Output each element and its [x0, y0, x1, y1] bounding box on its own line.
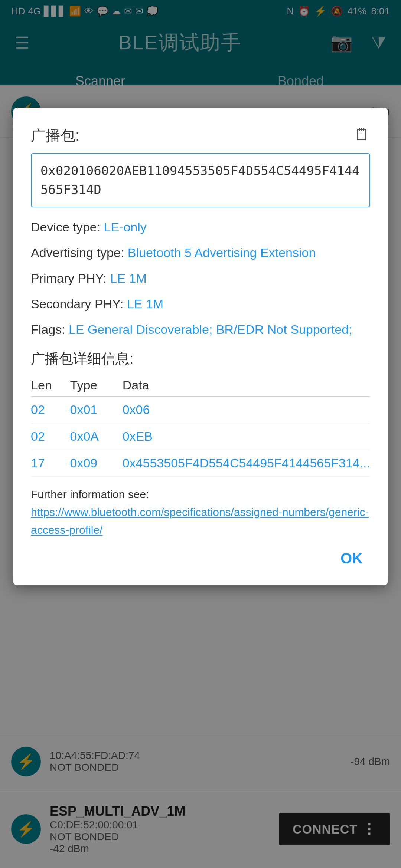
ok-button[interactable]: OK: [333, 546, 370, 571]
table-row-1: 02 0x01 0x06: [31, 397, 370, 423]
row2-type: 0x0A: [70, 423, 123, 450]
row3-data: 0x4553505F4D554C54495F4144565F314...: [123, 450, 370, 477]
secondary-phy-label: Secondary PHY:: [31, 297, 127, 311]
flags-value: LE General Discoverable; BR/EDR Not Supp…: [69, 322, 352, 336]
ok-row: OK: [31, 546, 370, 571]
advertising-type-label: Advertising type:: [31, 246, 128, 260]
row3-len: 17: [31, 450, 70, 477]
secondary-phy-line: Secondary PHY: LE 1M: [31, 295, 370, 313]
dialog-header: 广播包: 🗒: [31, 125, 370, 146]
device-type-line: Device type: LE-only: [31, 218, 370, 237]
row2-len: 02: [31, 423, 70, 450]
primary-phy-label: Primary PHY:: [31, 271, 110, 285]
further-info-label: Further information see:: [31, 488, 149, 500]
row1-data: 0x06: [123, 397, 370, 423]
row2-data: 0xEB: [123, 423, 370, 450]
flags-label: Flags:: [31, 322, 69, 336]
detail-section-header: 广播包详细信息:: [31, 349, 370, 368]
col-data: Data: [123, 374, 370, 397]
secondary-phy-value: LE 1M: [127, 297, 163, 311]
broadcast-label: 广播包:: [31, 125, 79, 146]
detail-table: Len Type Data 02 0x01 0x06 02 0x0A 0xEB …: [31, 374, 370, 477]
table-row-2: 02 0x0A 0xEB: [31, 423, 370, 450]
device-type-value: LE-only: [104, 220, 147, 234]
flags-line: Flags: LE General Discoverable; BR/EDR N…: [31, 320, 370, 339]
further-info-link[interactable]: https://www.bluetooth.com/specifications…: [31, 506, 369, 536]
further-info: Further information see: https://www.blu…: [31, 486, 370, 539]
primary-phy-value: LE 1M: [110, 271, 146, 285]
advertising-type-line: Advertising type: Bluetooth 5 Advertisin…: [31, 243, 370, 262]
row1-len: 02: [31, 397, 70, 423]
copy-icon[interactable]: 🗒: [354, 125, 370, 144]
dialog: 广播包: 🗒 0x020106020AEB11094553505F4D554C5…: [13, 108, 388, 585]
hex-value-box[interactable]: 0x020106020AEB11094553505F4D554C54495F41…: [31, 153, 370, 207]
col-type: Type: [70, 374, 123, 397]
primary-phy-line: Primary PHY: LE 1M: [31, 269, 370, 288]
device-type-label: Device type:: [31, 220, 104, 234]
table-row-3: 17 0x09 0x4553505F4D554C54495F4144565F31…: [31, 450, 370, 477]
row3-type: 0x09: [70, 450, 123, 477]
col-len: Len: [31, 374, 70, 397]
row1-type: 0x01: [70, 397, 123, 423]
advertising-type-value: Bluetooth 5 Advertising Extension: [128, 246, 316, 260]
